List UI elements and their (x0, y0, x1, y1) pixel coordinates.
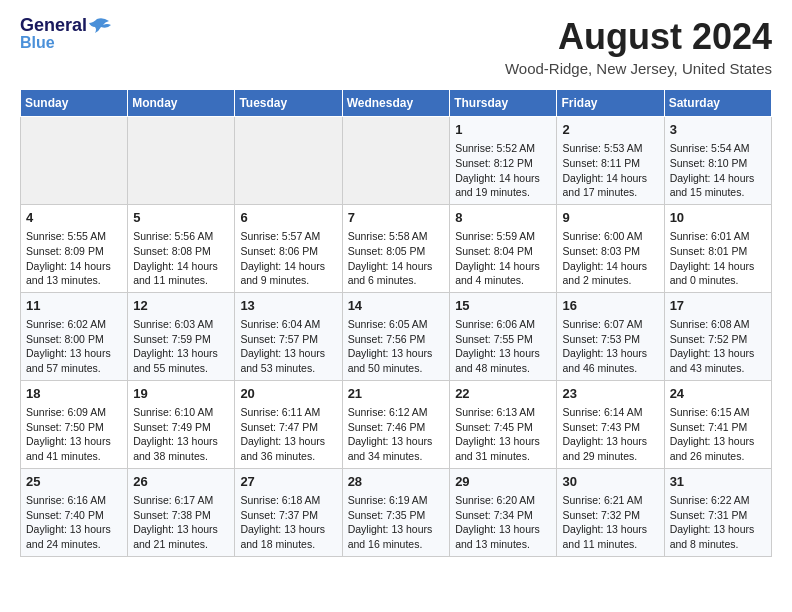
day-number: 20 (240, 385, 336, 403)
day-number: 14 (348, 297, 445, 315)
calendar-cell: 13Sunrise: 6:04 AMSunset: 7:57 PMDayligh… (235, 292, 342, 380)
day-info: and 29 minutes. (562, 449, 658, 464)
day-info: Sunset: 7:34 PM (455, 508, 551, 523)
day-info: Sunset: 7:41 PM (670, 420, 766, 435)
day-info: Daylight: 13 hours (455, 434, 551, 449)
day-info: and 19 minutes. (455, 185, 551, 200)
day-info: Sunset: 7:53 PM (562, 332, 658, 347)
day-info: Sunset: 8:03 PM (562, 244, 658, 259)
day-number: 2 (562, 121, 658, 139)
day-number: 31 (670, 473, 766, 491)
day-info: Daylight: 13 hours (133, 434, 229, 449)
calendar-header: SundayMondayTuesdayWednesdayThursdayFrid… (21, 90, 772, 117)
day-info: Sunrise: 6:20 AM (455, 493, 551, 508)
day-info: Sunrise: 6:05 AM (348, 317, 445, 332)
day-info: Daylight: 14 hours (133, 259, 229, 274)
day-info: Sunrise: 6:08 AM (670, 317, 766, 332)
day-info: and 8 minutes. (670, 537, 766, 552)
calendar-week-3: 11Sunrise: 6:02 AMSunset: 8:00 PMDayligh… (21, 292, 772, 380)
subtitle: Wood-Ridge, New Jersey, United States (505, 60, 772, 77)
day-number: 10 (670, 209, 766, 227)
day-number: 30 (562, 473, 658, 491)
column-header-monday: Monday (128, 90, 235, 117)
calendar-cell: 15Sunrise: 6:06 AMSunset: 7:55 PMDayligh… (450, 292, 557, 380)
day-info: Sunrise: 5:52 AM (455, 141, 551, 156)
day-info: Daylight: 13 hours (455, 346, 551, 361)
calendar-cell: 23Sunrise: 6:14 AMSunset: 7:43 PMDayligh… (557, 380, 664, 468)
day-number: 6 (240, 209, 336, 227)
day-info: Sunrise: 6:13 AM (455, 405, 551, 420)
calendar-cell: 30Sunrise: 6:21 AMSunset: 7:32 PMDayligh… (557, 468, 664, 556)
day-info: Sunset: 8:00 PM (26, 332, 122, 347)
calendar-cell (342, 117, 450, 205)
day-number: 25 (26, 473, 122, 491)
day-number: 11 (26, 297, 122, 315)
day-info: and 24 minutes. (26, 537, 122, 552)
day-info: Daylight: 13 hours (26, 434, 122, 449)
day-info: Sunrise: 6:01 AM (670, 229, 766, 244)
day-info: and 11 minutes. (562, 537, 658, 552)
calendar-cell: 4Sunrise: 5:55 AMSunset: 8:09 PMDaylight… (21, 204, 128, 292)
calendar-cell: 28Sunrise: 6:19 AMSunset: 7:35 PMDayligh… (342, 468, 450, 556)
calendar-cell: 22Sunrise: 6:13 AMSunset: 7:45 PMDayligh… (450, 380, 557, 468)
day-number: 4 (26, 209, 122, 227)
day-info: and 43 minutes. (670, 361, 766, 376)
calendar-cell: 8Sunrise: 5:59 AMSunset: 8:04 PMDaylight… (450, 204, 557, 292)
day-info: Daylight: 13 hours (562, 522, 658, 537)
day-info: and 18 minutes. (240, 537, 336, 552)
calendar-cell: 16Sunrise: 6:07 AMSunset: 7:53 PMDayligh… (557, 292, 664, 380)
day-info: Sunset: 7:31 PM (670, 508, 766, 523)
day-info: Daylight: 14 hours (26, 259, 122, 274)
day-info: and 13 minutes. (455, 537, 551, 552)
day-info: Sunset: 8:09 PM (26, 244, 122, 259)
day-number: 1 (455, 121, 551, 139)
day-info: and 41 minutes. (26, 449, 122, 464)
day-info: and 46 minutes. (562, 361, 658, 376)
day-info: Daylight: 13 hours (670, 522, 766, 537)
day-info: and 11 minutes. (133, 273, 229, 288)
day-info: and 21 minutes. (133, 537, 229, 552)
day-info: and 0 minutes. (670, 273, 766, 288)
day-info: Daylight: 13 hours (26, 522, 122, 537)
day-info: Sunrise: 6:16 AM (26, 493, 122, 508)
day-info: Sunrise: 6:02 AM (26, 317, 122, 332)
day-info: Sunset: 8:12 PM (455, 156, 551, 171)
day-number: 19 (133, 385, 229, 403)
day-info: Sunset: 7:52 PM (670, 332, 766, 347)
day-info: Daylight: 13 hours (670, 346, 766, 361)
day-info: Sunset: 7:57 PM (240, 332, 336, 347)
calendar-cell: 25Sunrise: 6:16 AMSunset: 7:40 PMDayligh… (21, 468, 128, 556)
day-info: Daylight: 14 hours (670, 171, 766, 186)
day-info: Sunrise: 6:06 AM (455, 317, 551, 332)
day-info: Sunset: 7:56 PM (348, 332, 445, 347)
day-info: Sunset: 7:59 PM (133, 332, 229, 347)
calendar-cell: 1Sunrise: 5:52 AMSunset: 8:12 PMDaylight… (450, 117, 557, 205)
calendar-cell: 24Sunrise: 6:15 AMSunset: 7:41 PMDayligh… (664, 380, 771, 468)
day-info: Sunrise: 6:03 AM (133, 317, 229, 332)
calendar-header-row: SundayMondayTuesdayWednesdayThursdayFrid… (21, 90, 772, 117)
day-number: 18 (26, 385, 122, 403)
day-info: Sunrise: 6:11 AM (240, 405, 336, 420)
calendar-cell: 2Sunrise: 5:53 AMSunset: 8:11 PMDaylight… (557, 117, 664, 205)
calendar-cell (21, 117, 128, 205)
calendar-cell: 31Sunrise: 6:22 AMSunset: 7:31 PMDayligh… (664, 468, 771, 556)
header: General Blue August 2024 Wood-Ridge, New… (20, 16, 772, 77)
calendar-cell: 3Sunrise: 5:54 AMSunset: 8:10 PMDaylight… (664, 117, 771, 205)
day-info: and 48 minutes. (455, 361, 551, 376)
calendar-cell: 5Sunrise: 5:56 AMSunset: 8:08 PMDaylight… (128, 204, 235, 292)
calendar-body: 1Sunrise: 5:52 AMSunset: 8:12 PMDaylight… (21, 117, 772, 557)
main-title: August 2024 (505, 16, 772, 58)
day-info: and 38 minutes. (133, 449, 229, 464)
day-info: and 2 minutes. (562, 273, 658, 288)
day-info: Sunset: 7:55 PM (455, 332, 551, 347)
day-info: Daylight: 13 hours (240, 522, 336, 537)
day-number: 24 (670, 385, 766, 403)
day-info: Sunset: 7:37 PM (240, 508, 336, 523)
day-info: Daylight: 13 hours (133, 522, 229, 537)
calendar-week-2: 4Sunrise: 5:55 AMSunset: 8:09 PMDaylight… (21, 204, 772, 292)
logo-blue-text: Blue (20, 34, 55, 52)
calendar-cell: 20Sunrise: 6:11 AMSunset: 7:47 PMDayligh… (235, 380, 342, 468)
column-header-saturday: Saturday (664, 90, 771, 117)
day-info: Daylight: 14 hours (455, 171, 551, 186)
day-info: and 57 minutes. (26, 361, 122, 376)
